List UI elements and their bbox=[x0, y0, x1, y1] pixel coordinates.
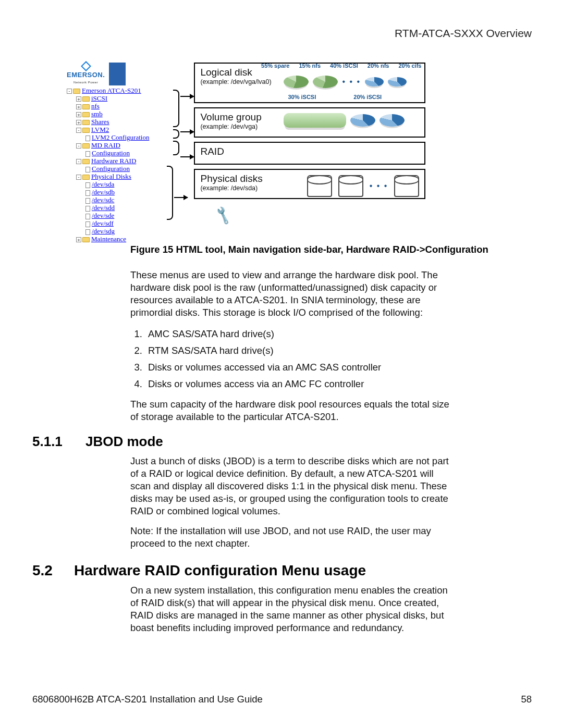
tree-item-sdf[interactable]: /dev/sdf bbox=[85, 219, 171, 227]
blue-block-icon bbox=[109, 63, 126, 85]
pie-icon bbox=[284, 76, 309, 88]
wrench-icon: 🔧 bbox=[213, 205, 234, 226]
footer-page-number: 58 bbox=[521, 694, 532, 705]
tree-item-physdisks[interactable]: -Physical Disks /dev/sda /dev/sdb /dev/s… bbox=[76, 172, 171, 235]
hwraid-paragraph: On a new system installation, this confi… bbox=[130, 584, 451, 634]
pie-label: 55% spare bbox=[261, 63, 289, 69]
pie-label: 30% iSCSI bbox=[288, 94, 316, 100]
footer-doc-id: 6806800H62B ATCA-S201 Installation and U… bbox=[32, 694, 263, 705]
tree-item-nfs[interactable]: +nfs bbox=[76, 102, 171, 110]
bracket-icon bbox=[173, 129, 179, 139]
heading-5.2: 5.2 Hardware RAID configuration Menu usa… bbox=[32, 562, 530, 579]
pie-icon bbox=[350, 114, 375, 127]
pie-icon bbox=[388, 77, 407, 87]
folder-icon bbox=[73, 89, 80, 94]
disk-icon bbox=[307, 175, 332, 197]
diamond-icon bbox=[81, 61, 91, 71]
bracket-icon bbox=[173, 90, 179, 127]
pie-icon bbox=[284, 113, 346, 128]
arrow-icon bbox=[180, 96, 194, 97]
layer-raid: RAID bbox=[194, 142, 425, 165]
page-body: Figure 15 HTML tool, Main navigation sid… bbox=[32, 244, 530, 641]
arrow-icon bbox=[174, 197, 188, 198]
jbod-paragraph-2: Note: If the installation will use JBOD,… bbox=[130, 525, 451, 550]
pie-label: 20% iSCSI bbox=[353, 94, 382, 100]
tree-item-sda[interactable]: /dev/sda bbox=[85, 180, 171, 188]
tree-item-shares[interactable]: +Shares bbox=[76, 118, 171, 126]
heading-title: JBOD mode bbox=[85, 434, 163, 450]
brand-sub: Network Power bbox=[67, 79, 105, 87]
arrow-icon bbox=[180, 131, 194, 132]
heading-number: 5.2 bbox=[32, 562, 62, 579]
arrow-icon bbox=[180, 156, 194, 157]
tree-item-sdc[interactable]: /dev/sdc bbox=[85, 196, 171, 204]
heading-5.1.1: 5.1.1 JBOD mode bbox=[32, 434, 530, 450]
figure-layers: 55% spare 15% nfs 40% iSCSI 20% nfs 20% … bbox=[194, 63, 425, 203]
layer-physical-disks: • • • Physical disks (example: /dev/sda) bbox=[194, 169, 425, 199]
tree-item-hwraid-config[interactable]: Configuration bbox=[85, 165, 171, 172]
bracket-icon bbox=[173, 141, 179, 155]
summary-paragraph: The sum capacity of the hardware disk po… bbox=[130, 398, 451, 423]
disk-components-list: AMC SAS/SATA hard drive(s) RTM SAS/SATA … bbox=[130, 326, 451, 392]
list-item: Disks or volumes accessed via an AMC SAS… bbox=[145, 360, 451, 375]
jbod-paragraph-1: Just a bunch of disks (JBOD) is a term t… bbox=[130, 455, 451, 517]
tree-item-sdb[interactable]: /dev/sdb bbox=[85, 188, 171, 196]
tree-item-mdraid[interactable]: -MD RAID Configuration bbox=[76, 141, 171, 157]
tree-item-iscsi[interactable]: +iSCSI bbox=[76, 94, 171, 102]
pie-label: 20% cifs bbox=[398, 63, 421, 69]
list-item: AMC SAS/SATA hard drive(s) bbox=[145, 326, 451, 342]
tree-item-smb[interactable]: +smb bbox=[76, 110, 171, 118]
tree-root[interactable]: Emerson ATCA-S201 bbox=[82, 87, 141, 94]
page-header: RTM-ATCA-SXXX Overview bbox=[395, 27, 532, 40]
figure-15: EMERSON. Network Power -Emerson ATCA-S20… bbox=[67, 63, 427, 243]
pie-label: 20% nfs bbox=[368, 63, 389, 69]
tree-item-sde[interactable]: /dev/sde bbox=[85, 212, 171, 219]
figure-nav-sidebar: EMERSON. Network Power -Emerson ATCA-S20… bbox=[67, 63, 171, 243]
list-item: Disks or volumes access via an AMC FC co… bbox=[145, 376, 451, 392]
page-footer: 6806800H62B ATCA-S201 Installation and U… bbox=[32, 694, 532, 705]
tree-item-mdraid-config[interactable]: Configuration bbox=[85, 149, 171, 157]
tree-item-hwraid[interactable]: -Hardware RAID Configuration bbox=[76, 157, 171, 172]
emerson-logo: EMERSON. Network Power bbox=[67, 63, 105, 87]
layer-volume-group: Volume group (example: /dev/vga) bbox=[194, 107, 425, 138]
list-item: RTM SAS/SATA hard drive(s) bbox=[145, 343, 451, 359]
disk-icon bbox=[338, 175, 363, 197]
heading-number: 5.1.1 bbox=[32, 434, 73, 450]
disk-icon bbox=[394, 175, 419, 197]
tree-item-lvm2[interactable]: -LVM2 LVM2 Configuration bbox=[76, 126, 171, 141]
intro-paragraph: These menus are used to view and arrange… bbox=[130, 269, 451, 319]
pie-label: 15% nfs bbox=[299, 63, 321, 69]
figure-caption: Figure 15 HTML tool, Main navigation sid… bbox=[130, 244, 530, 255]
tree-item-sdg[interactable]: /dev/sdg bbox=[85, 227, 171, 235]
tree-item-maintenance[interactable]: +Maintenance bbox=[76, 235, 171, 243]
pie-icon bbox=[365, 77, 384, 87]
brand-name: EMERSON. bbox=[67, 71, 105, 79]
tree-item-lvm2-config[interactable]: LVM2 Configuration bbox=[85, 133, 171, 141]
layer-title: RAID bbox=[200, 146, 419, 157]
ellipsis-icon: • • • bbox=[370, 181, 388, 191]
expand-icon[interactable]: - bbox=[67, 89, 72, 94]
tree-item-sdd[interactable]: /dev/sdd bbox=[85, 204, 171, 212]
pie-icon bbox=[313, 76, 338, 88]
layer-logical-disk: 55% spare 15% nfs 40% iSCSI 20% nfs 20% … bbox=[194, 63, 425, 103]
bracket-icon bbox=[167, 166, 173, 220]
pie-icon bbox=[380, 114, 405, 127]
ellipsis-icon: • • • bbox=[342, 77, 361, 87]
pie-label: 40% iSCSI bbox=[330, 63, 358, 69]
heading-title: Hardware RAID configuration Menu usage bbox=[74, 562, 366, 579]
